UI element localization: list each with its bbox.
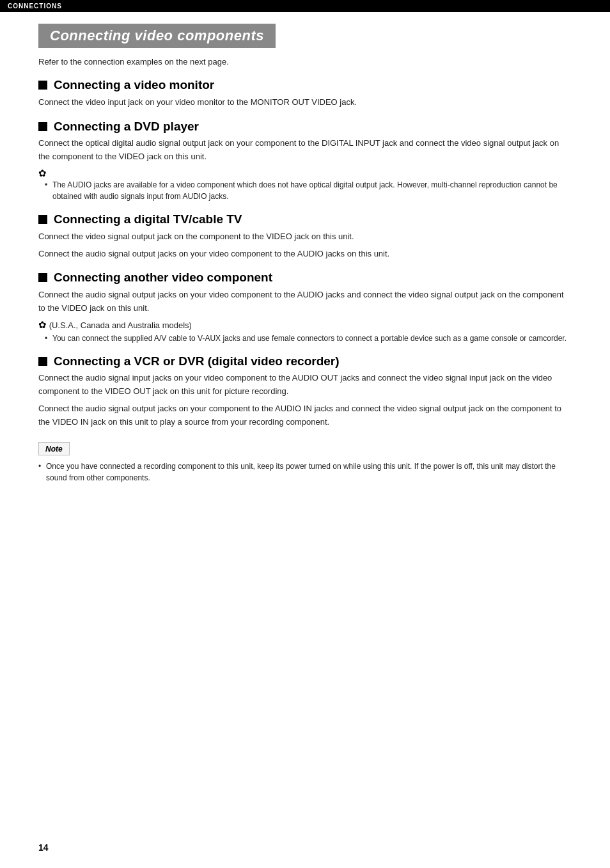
note-section: Note Once you have connected a recording… [38,439,572,484]
tip-list-another: You can connect the supplied A/V cable t… [45,333,572,344]
note-label: Note [45,445,63,454]
tip-label-another: (U.S.A., Canada and Australia models) [49,320,192,330]
page: CONNECTIONS Connecting video components … [0,0,610,868]
section-body-dvd-player: Connect the optical digital audio signal… [38,137,572,164]
section-heading-dvd-player: Connecting a DVD player [38,120,572,134]
note-item-0: Once you have connected a recording comp… [38,461,572,484]
intro-text: Refer to the connection examples on the … [38,57,572,67]
section-body-digital-tv-1: Connect the video signal output jack on … [38,230,572,244]
section-title-vcr-dvr: Connecting a VCR or DVR (digital video r… [54,354,340,369]
bullet-icon [38,215,47,224]
section-heading-video-monitor: Connecting a video monitor [38,78,572,93]
tip-icon-dvd: ✿ [38,168,47,178]
section-digital-tv: Connecting a digital TV/cable TV Connect… [38,212,572,260]
bullet-icon [38,122,47,131]
tip-item-another-0: You can connect the supplied A/V cable t… [45,333,572,344]
bullet-icon [38,81,47,90]
section-body-another-video: Connect the audio signal output jacks on… [38,288,572,315]
note-content: Once you have connected a recording comp… [38,461,572,484]
page-title: Connecting video components [50,28,264,44]
tip-icon-another: ✿ [38,319,47,330]
section-title-another-video: Connecting another video component [54,271,272,285]
section-title-digital-tv: Connecting a digital TV/cable TV [54,212,242,227]
section-video-monitor: Connecting a video monitor Connect the v… [38,78,572,109]
section-body-vcr-dvr-1: Connect the audio signal input jacks on … [38,372,572,398]
section-heading-digital-tv: Connecting a digital TV/cable TV [38,212,572,227]
bullet-icon [38,357,47,366]
tip-list-dvd: The AUDIO jacks are available for a vide… [45,179,572,202]
note-box: Note [38,442,70,455]
section-body-digital-tv-2: Connect the audio signal output jacks on… [38,248,572,261]
page-title-box: Connecting video components [38,24,276,48]
section-body-vcr-dvr-2: Connect the audio signal output jacks on… [38,402,572,429]
section-title-dvd-player: Connecting a DVD player [54,120,199,134]
section-vcr-dvr: Connecting a VCR or DVR (digital video r… [38,354,572,429]
section-dvd-player: Connecting a DVD player Connect the opti… [38,120,572,202]
page-number: 14 [38,842,49,853]
section-title-video-monitor: Connecting a video monitor [54,78,214,93]
section-heading-another-video: Connecting another video component [38,271,572,285]
section-body-video-monitor: Connect the video input jack on your vid… [38,96,572,109]
section-another-video: Connecting another video component Conne… [38,271,572,343]
header-label: CONNECTIONS [8,3,62,10]
section-heading-vcr-dvr: Connecting a VCR or DVR (digital video r… [38,354,572,369]
tip-item-dvd-0: The AUDIO jacks are available for a vide… [45,179,572,202]
content-area: Connecting video components Refer to the… [0,12,610,510]
header-bar: CONNECTIONS [0,0,610,12]
bullet-icon [38,273,47,282]
